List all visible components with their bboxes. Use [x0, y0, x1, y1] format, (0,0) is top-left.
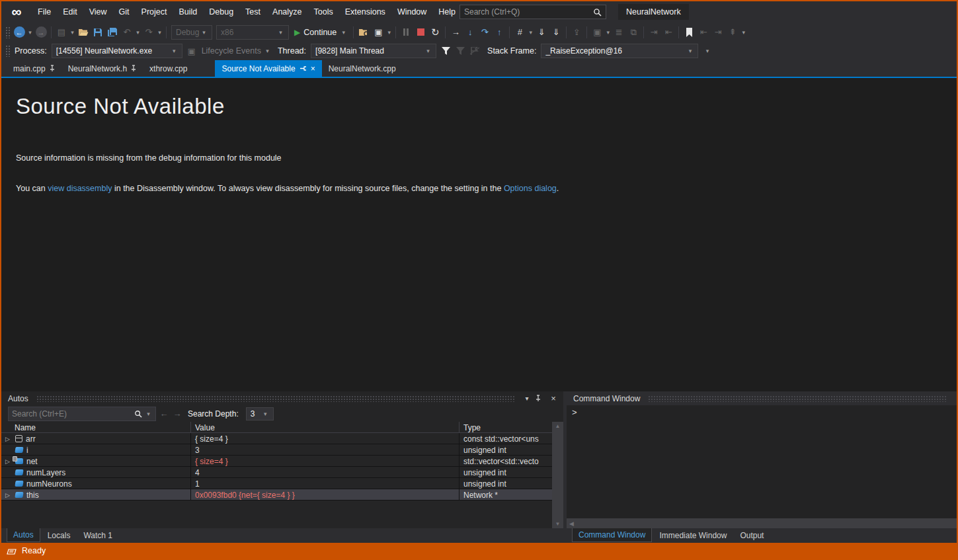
redo-button[interactable]: ↷ [142, 24, 155, 40]
horizontal-scrollbar[interactable]: ◀ [567, 518, 957, 528]
find-in-files-button[interactable] [357, 24, 370, 40]
tab-xthrow-cpp[interactable]: xthrow.cpp [143, 60, 194, 77]
search-depth-combo[interactable]: 3▾ [246, 407, 274, 420]
undo-dropdown[interactable]: ▾ [135, 29, 141, 36]
process-combo[interactable]: [14556] NeuralNetwork.exe▾ [52, 44, 182, 58]
hex-display-dropdown[interactable]: ▾ [528, 29, 534, 36]
close-icon[interactable]: × [311, 64, 315, 73]
unindent-button[interactable]: ⇤ [662, 24, 675, 40]
new-project-button[interactable]: ▤ [55, 24, 68, 40]
navigate-back-dropdown[interactable]: ▾ [27, 29, 33, 36]
indent-button[interactable]: ⇥ [647, 24, 660, 40]
menu-file[interactable]: File [32, 1, 57, 22]
save-all-button[interactable] [106, 24, 119, 40]
open-file-button[interactable] [77, 24, 90, 40]
undo-button[interactable]: ↶ [120, 24, 134, 40]
next-bookmark-button[interactable]: ⇥ [711, 24, 725, 40]
autos-title-bar[interactable]: Autos ▾ × [1, 391, 563, 405]
toggle-flagged-icon[interactable] [468, 43, 481, 59]
thread-combo[interactable]: [9828] Main Thread▾ [311, 44, 436, 58]
display-quick-info-button[interactable]: ≣ [612, 24, 625, 40]
search-next-icon[interactable]: → [172, 409, 182, 419]
show-next-statement-button[interactable]: → [449, 24, 462, 40]
menu-edit[interactable]: Edit [57, 1, 83, 22]
tab-immediate-window[interactable]: Immediate Window [653, 528, 733, 542]
column-header-type[interactable]: Type [459, 422, 539, 433]
expand-arrow-icon[interactable]: ▷ [5, 492, 12, 499]
stop-debugging-button[interactable] [414, 24, 427, 40]
command-window-title-bar[interactable]: Command Window [567, 391, 957, 405]
expand-arrow-icon[interactable]: ▷ [5, 436, 12, 442]
menu-test[interactable]: Test [239, 1, 266, 22]
variable-value[interactable]: 4 [191, 467, 459, 478]
tab-watch-1[interactable]: Watch 1 [77, 528, 118, 542]
selection-box-dropdown[interactable]: ▾ [605, 29, 611, 36]
breakpoint-window-dropdown[interactable]: ▾ [386, 29, 392, 36]
table-row[interactable]: numLayers 4 unsigned int [1, 467, 563, 478]
quick-search-input[interactable]: Search (Ctrl+Q) [459, 5, 606, 19]
lifecycle-events-icon[interactable]: ▣ [185, 43, 198, 59]
breakpoint-window-button[interactable]: ▣ [372, 24, 385, 40]
solution-name-button[interactable]: NeuralNetwork [618, 4, 689, 20]
menu-view[interactable]: View [83, 1, 113, 22]
variable-value[interactable]: { size=4 } [191, 456, 459, 467]
tab-command-window[interactable]: Command Window [572, 528, 652, 542]
menu-help[interactable]: Help [432, 1, 461, 22]
pin-icon[interactable] [299, 65, 307, 71]
menu-git[interactable]: Git [113, 1, 136, 22]
redo-dropdown[interactable]: ▾ [157, 29, 163, 36]
navigate-back-button[interactable]: ← [13, 24, 26, 40]
tab-neuralnetwork-h[interactable]: NeuralNetwork.h [61, 60, 143, 77]
tab-neuralnetwork-cpp[interactable]: NeuralNetwork.cpp [322, 60, 403, 77]
options-dialog-link[interactable]: Options dialog [504, 184, 557, 193]
tab-autos[interactable]: Autos [7, 528, 40, 542]
solution-platform-combo[interactable]: x86▾ [216, 25, 289, 40]
command-prompt[interactable]: > [567, 405, 957, 417]
column-header-value[interactable]: Value [191, 422, 459, 433]
autos-search-input[interactable]: Search (Ctrl+E) ▾ [8, 407, 156, 421]
menu-debug[interactable]: Debug [203, 1, 239, 22]
toggle-bookmark-button[interactable] [682, 24, 696, 40]
flagged-threads-filter-icon[interactable] [454, 43, 467, 59]
tab-main-cpp[interactable]: main.cpp [7, 60, 61, 77]
clear-bookmarks-button[interactable]: ⇞ [726, 24, 739, 40]
lifecycle-events-dropdown[interactable]: ▾ [264, 48, 270, 54]
menu-project[interactable]: Project [136, 1, 173, 22]
solution-configuration-combo[interactable]: Debug▾ [171, 25, 212, 40]
save-button[interactable] [91, 24, 104, 40]
variable-value[interactable]: 3 [191, 444, 459, 456]
table-row[interactable]: ▷net { size=4 } std::vector<std::vector.… [1, 456, 563, 467]
new-project-dropdown[interactable]: ▾ [69, 29, 75, 36]
scroll-left-icon[interactable]: ◀ [569, 520, 574, 527]
navigate-forward-button[interactable]: → [34, 24, 48, 40]
bookmark-dropdown[interactable]: ▾ [740, 29, 746, 36]
menu-tools[interactable]: Tools [308, 1, 339, 22]
selection-box-button[interactable]: ▣ [590, 24, 604, 40]
variable-value[interactable]: 1 [191, 478, 459, 489]
continue-button[interactable]: ▶ Continue ▾ [292, 24, 350, 40]
hex-display-button[interactable]: # [513, 24, 526, 40]
pin-icon[interactable] [131, 65, 136, 72]
toolbar-grip[interactable] [5, 26, 11, 38]
tab-locals[interactable]: Locals [42, 528, 77, 542]
restart-button[interactable]: ↻ [428, 24, 442, 40]
scroll-down-icon[interactable]: ▼ [555, 521, 561, 527]
window-position-dropdown-icon[interactable]: ▾ [522, 395, 532, 402]
vertical-scrollbar[interactable]: ▲ ▼ [552, 422, 563, 528]
stack-frame-combo[interactable]: _RaiseException@16▾ [541, 44, 698, 58]
toolbar-overflow-dropdown[interactable]: ▾ [704, 48, 710, 54]
parameter-info-button[interactable]: ⧉ [627, 24, 640, 40]
menu-window[interactable]: Window [391, 1, 432, 22]
import-breakpoints-button[interactable]: ⇓ [535, 24, 548, 40]
command-window-body[interactable]: > ◀ [567, 405, 957, 528]
step-over-button[interactable]: ↷ [478, 24, 491, 40]
step-out-button[interactable]: ↑ [493, 24, 506, 40]
menu-analyze[interactable]: Analyze [266, 1, 307, 22]
navigate-document-button[interactable]: ⇪ [570, 24, 583, 40]
view-disassembly-link[interactable]: view disassembly [48, 184, 112, 193]
export-breakpoints-button[interactable]: ⇓ [549, 24, 563, 40]
expand-arrow-icon[interactable]: ▷ [5, 458, 12, 465]
close-icon[interactable]: × [549, 393, 558, 403]
table-row[interactable]: ▷arr { size=4 } const std::vector<unsi..… [1, 433, 563, 444]
table-row[interactable]: numNeurons 1 unsigned int [1, 478, 563, 489]
